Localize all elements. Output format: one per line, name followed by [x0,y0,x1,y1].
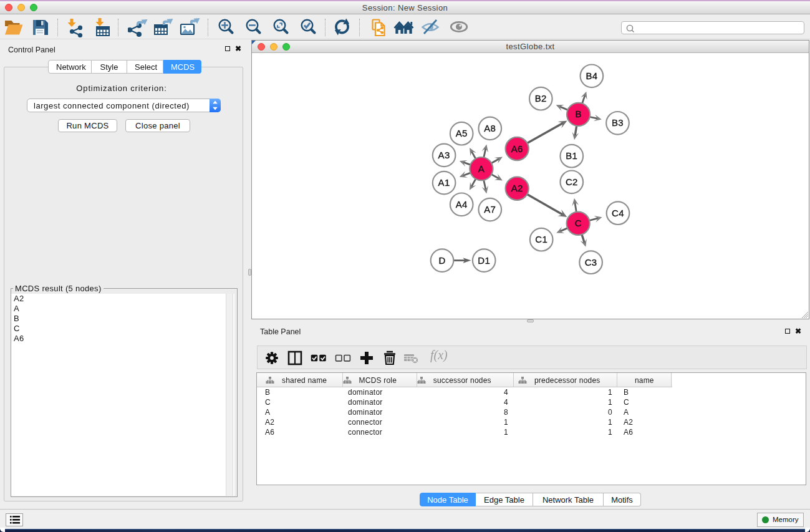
svg-text:A6: A6 [511,143,523,154]
svg-text:A: A [478,163,485,174]
svg-text:C3: C3 [585,257,597,268]
svg-text:C1: C1 [535,234,547,244]
svg-text:C: C [575,218,582,228]
svg-text:B: B [575,109,581,119]
svg-text:C2: C2 [566,177,578,187]
svg-text:A2: A2 [511,183,523,193]
svg-text:A8: A8 [484,123,496,133]
svg-text:A3: A3 [438,150,450,160]
svg-text:D: D [438,255,445,266]
svg-text:B3: B3 [612,117,624,128]
svg-text:B1: B1 [566,150,577,161]
svg-text:C4: C4 [612,208,624,218]
svg-text:B4: B4 [586,70,597,81]
svg-text:A1: A1 [438,177,450,188]
svg-text:A4: A4 [456,199,468,210]
svg-text:A7: A7 [484,204,496,215]
svg-text:B2: B2 [535,93,547,104]
svg-text:A5: A5 [456,128,468,138]
svg-text:D1: D1 [478,255,490,266]
